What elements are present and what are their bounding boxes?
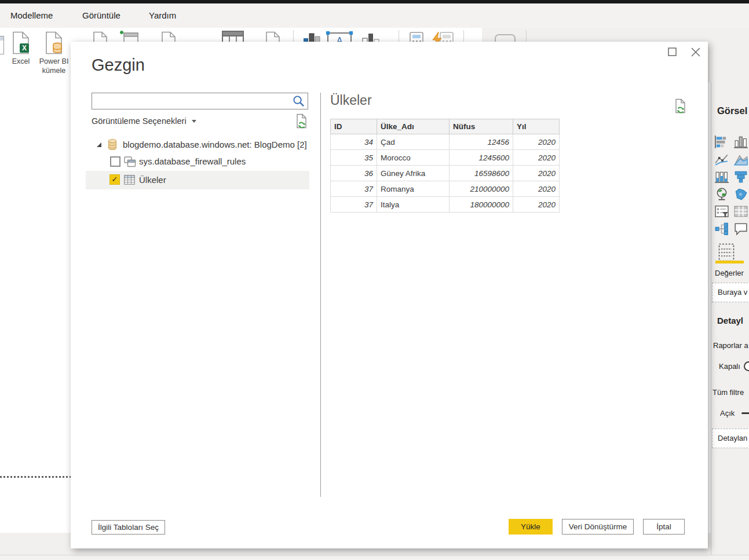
decomposition-tree-icon[interactable] — [715, 222, 729, 235]
values-label: Değerler — [715, 269, 744, 277]
panel-divider — [320, 93, 321, 497]
search-icon[interactable] — [293, 95, 305, 107]
cell: 37 — [331, 197, 377, 213]
across-reports-label: Raporlar a — [713, 341, 748, 350]
tree-root-label: blogdemo.database.windows.net: BlogDemo … — [123, 140, 307, 149]
preview-header-row: ID Ülke_Adı Nüfus Yıl — [331, 119, 560, 134]
values-field-well[interactable]: Buraya v — [712, 283, 749, 302]
svg-text:X: X — [22, 44, 27, 52]
collapse-triangle-icon[interactable] — [96, 142, 102, 148]
select-related-tables-button[interactable]: İlgili Tabloları Seç — [92, 520, 165, 535]
cell: Çad — [377, 134, 450, 150]
status-bar — [0, 555, 749, 560]
cell: 2020 — [513, 197, 560, 213]
close-button[interactable] — [690, 46, 701, 58]
transform-data-button[interactable]: Veri Dönüştürme — [562, 519, 634, 535]
combo-chart-icon[interactable] — [715, 170, 729, 183]
table-row: 36 Güney Afrika 16598600 2020 — [331, 166, 560, 181]
load-button[interactable]: Yükle — [509, 519, 553, 535]
excel-button-label: Excel — [7, 57, 35, 66]
import-powerbi-datasets-button[interactable]: Power BI kümele — [35, 30, 73, 81]
search-input[interactable] — [94, 94, 291, 108]
refresh-source-icon[interactable] — [295, 114, 308, 129]
cell: 35 — [331, 150, 377, 166]
powerbi-dataset-file-icon — [45, 31, 63, 54]
text-box-visual-icon[interactable] — [734, 222, 748, 235]
across-reports-toggle[interactable] — [744, 361, 749, 371]
powerbi-button-label-line1: Power BI — [35, 57, 73, 66]
canvas-dotted-guideline — [0, 476, 74, 478]
cell: Italya — [377, 197, 450, 213]
preview-table-title: Ülkeler — [330, 93, 372, 108]
excel-file-icon: X — [12, 31, 30, 54]
area-chart-icon[interactable] — [734, 153, 748, 166]
filled-map-icon[interactable] — [734, 188, 748, 200]
cell: Morocco — [377, 150, 450, 166]
cell: Romanya — [377, 181, 450, 197]
cell: 210000000 — [450, 181, 513, 197]
menu-bar: Modelleme Görüntüle Yardım — [0, 3, 749, 28]
cell: Güney Afrika — [377, 166, 450, 181]
powerbi-button-label-line2: kümele — [35, 66, 73, 75]
chevron-down-icon — [192, 120, 196, 123]
display-options-dropdown[interactable]: Görüntüleme Seçenekleri — [92, 116, 196, 126]
tree-row-firewall-rules[interactable]: sys.database_firewall_rules — [86, 154, 309, 170]
cell: 180000000 — [450, 197, 513, 213]
cell: 2020 — [513, 181, 560, 197]
menu-modelleme[interactable]: Modelleme — [10, 3, 53, 28]
checkbox-unchecked[interactable] — [110, 156, 120, 167]
column-header: Ülke_Adı — [377, 119, 450, 134]
table-icon-fragment — [0, 36, 4, 54]
keep-filters-toggle[interactable] — [741, 412, 749, 414]
import-excel-button[interactable]: X Excel — [7, 30, 35, 81]
funnel-chart-icon[interactable] — [734, 170, 748, 183]
drillthrough-title: Detayl — [717, 316, 743, 325]
table-icon — [124, 175, 135, 185]
column-header: Yıl — [513, 119, 560, 134]
cell: 12456 — [450, 134, 513, 150]
cell: 16598600 — [450, 166, 513, 181]
build-visual-tab[interactable] — [718, 243, 736, 262]
table-row: 35 Morocco 1245600 2020 — [331, 150, 560, 166]
map-icon[interactable] — [715, 188, 729, 200]
cell: 1245600 — [450, 150, 513, 166]
visualizations-pane-title: Görsel — [717, 105, 747, 116]
table-row: 37 Italya 180000000 2020 — [331, 197, 560, 213]
cell: 2020 — [513, 150, 560, 166]
menu-goruntule[interactable]: Görüntüle — [82, 3, 120, 28]
cell: 2020 — [513, 134, 560, 150]
stacked-bar-chart-icon[interactable] — [715, 136, 729, 148]
maximize-button[interactable] — [667, 46, 678, 58]
line-chart-icon[interactable] — [715, 153, 729, 166]
keep-filters-label: Tüm filtre — [713, 388, 744, 397]
refresh-preview-icon[interactable] — [674, 98, 686, 114]
search-box — [92, 93, 308, 109]
cell: 37 — [331, 181, 377, 197]
drillthrough-field-well[interactable]: Detaylan — [712, 429, 749, 448]
display-options-label: Görüntüleme Seçenekleri — [92, 116, 187, 126]
menu-yardim[interactable]: Yardım — [149, 3, 176, 28]
values-fields-icon — [718, 243, 735, 262]
tree-root-row[interactable]: blogdemo.database.windows.net: BlogDemo … — [86, 137, 309, 153]
table-row: 37 Romanya 210000000 2020 — [331, 181, 560, 197]
dialog-title: Gezgin — [92, 56, 145, 75]
keep-filters-state-label: Açık — [720, 409, 735, 418]
checkbox-checked[interactable]: ✓ — [109, 174, 120, 185]
values-field-well-placeholder: Buraya v — [718, 288, 749, 297]
slicer-icon[interactable] — [715, 205, 729, 218]
cell: 34 — [331, 134, 377, 150]
tree-item-label: sys.database_firewall_rules — [139, 156, 246, 166]
cancel-button[interactable]: İptal — [643, 519, 685, 535]
table-visual-icon[interactable] — [734, 205, 748, 218]
tree-row-ulkeler[interactable]: ✓ Ülkeler — [86, 171, 309, 189]
cell: 36 — [331, 166, 377, 181]
cell: 2020 — [513, 166, 560, 181]
navigator-dialog: Gezgin Görüntüleme Seçenekleri — [71, 42, 708, 548]
selected-tab-indicator — [715, 261, 744, 263]
clustered-column-chart-icon[interactable] — [734, 136, 748, 148]
visualizations-pane: Görsel — [711, 82, 749, 555]
column-header: ID — [331, 119, 377, 134]
powerbi-window: Modelleme Görüntüle Yardım X Excel Power… — [0, 0, 749, 560]
table-row: 34 Çad 12456 2020 — [331, 134, 560, 150]
database-icon — [108, 138, 117, 151]
